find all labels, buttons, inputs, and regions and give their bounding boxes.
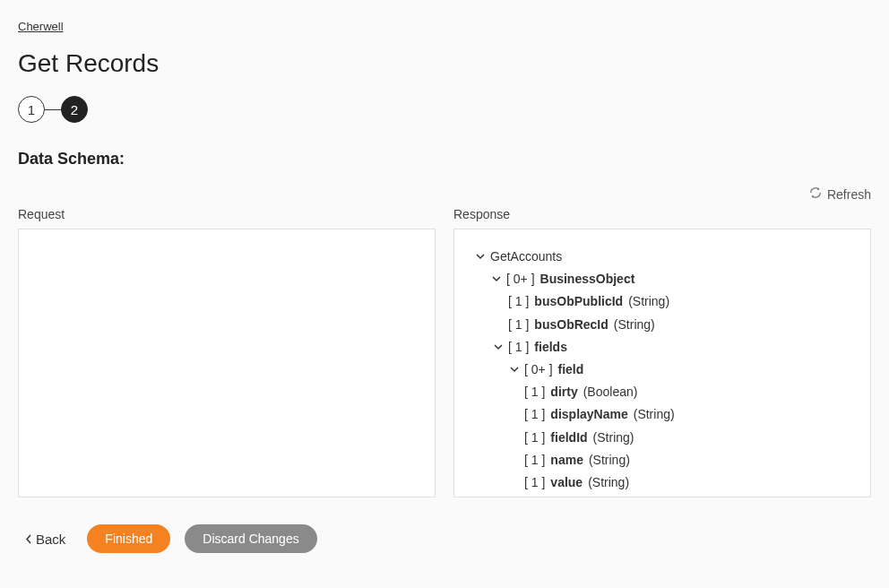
node-type: (String) [628,290,669,313]
node-name: fieldId [550,427,587,449]
tree-row[interactable]: GetAccounts [465,246,859,268]
tree-row: [ 1 ] displayName (String) [465,403,859,426]
tree-row: [ 1 ] name (String) [465,449,859,471]
node-type: (String) [593,427,634,449]
request-label: Request [18,207,436,221]
node-name: field [558,359,584,381]
node-name: displayName [550,403,627,426]
chevron-down-icon [494,336,503,359]
response-label: Response [453,207,871,221]
tree-row: [ 1 ] fieldId (String) [465,427,859,449]
cardinality: [ 1 ] [508,336,529,359]
step-1[interactable]: 1 [18,96,45,123]
back-label: Back [36,532,65,547]
node-type: (String) [614,314,655,336]
tree-row: [ 1 ] dirty (Boolean) [465,381,859,403]
node-name: name [550,449,583,471]
finished-button[interactable]: Finished [87,524,170,553]
request-panel [18,229,436,497]
footer: Back Finished Discard Changes [18,524,871,553]
cardinality: [ 1 ] [524,427,545,449]
node-type: (Boolean) [583,381,638,403]
section-title: Data Schema: [18,150,871,169]
schema-tree: GetAccounts [ 0+ ] BusinessObject [ 1 ] … [465,246,859,494]
response-panel: GetAccounts [ 0+ ] BusinessObject [ 1 ] … [453,229,871,497]
back-button[interactable]: Back [18,532,73,547]
tree-row: [ 1 ] busObPublicId (String) [465,290,859,313]
node-type: (String) [589,449,630,471]
cardinality: [ 1 ] [508,314,529,336]
node-name: dirty [550,381,577,403]
chevron-down-icon [476,246,485,268]
tree-row[interactable]: [ 0+ ] BusinessObject [465,268,859,290]
chevron-down-icon [492,268,501,290]
breadcrumb-cherwell[interactable]: Cherwell [18,20,64,33]
stepper: 1 2 [18,96,871,123]
chevron-down-icon [510,359,519,381]
cardinality: [ 1 ] [508,290,529,313]
cardinality: [ 0+ ] [524,359,553,381]
tree-row: [ 1 ] busObRecId (String) [465,314,859,336]
chevron-left-icon [25,532,31,547]
node-name: fields [534,336,567,359]
node-name: busObRecId [534,314,608,336]
cardinality: [ 1 ] [524,381,545,403]
node-name: busObPublicId [534,290,623,313]
step-2[interactable]: 2 [61,96,88,123]
cardinality: [ 0+ ] [506,268,535,290]
refresh-button[interactable]: Refresh [809,186,871,202]
page-title: Get Records [18,49,871,78]
node-type: (String) [634,403,675,426]
node-label: GetAccounts [490,246,562,268]
step-connector [45,109,61,110]
node-name: BusinessObject [540,268,635,290]
node-name: value [550,471,583,494]
refresh-label: Refresh [827,187,871,202]
refresh-icon [809,186,822,202]
cardinality: [ 1 ] [524,449,545,471]
cardinality: [ 1 ] [524,403,545,426]
tree-row: [ 1 ] value (String) [465,471,859,494]
node-type: (String) [588,471,629,494]
tree-row[interactable]: [ 0+ ] field [465,359,859,381]
discard-button[interactable]: Discard Changes [185,524,316,553]
cardinality: [ 1 ] [524,471,545,494]
tree-row[interactable]: [ 1 ] fields [465,336,859,359]
